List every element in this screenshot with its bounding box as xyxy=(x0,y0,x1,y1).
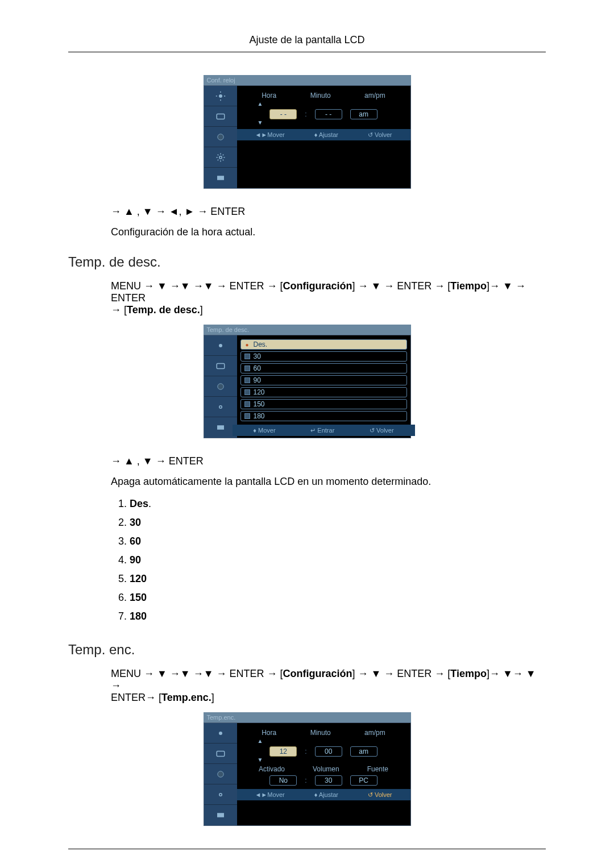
seq2e: ] xyxy=(200,304,203,315)
value-fuente[interactable]: PC xyxy=(350,775,377,786)
mode-icon xyxy=(204,805,237,825)
seq4d: ENTER→ [ xyxy=(111,692,161,703)
svg-point-0 xyxy=(219,94,222,98)
option-label: 30 xyxy=(130,517,141,528)
screen-icon xyxy=(204,744,237,764)
option-item: Des. xyxy=(130,495,546,513)
seq2-conf: Configuración xyxy=(283,280,352,292)
hint-volver: ↺ Volver xyxy=(370,427,394,434)
osd-titlebar: Conf. reloj xyxy=(204,75,411,85)
text-conf-hora: Configuración de la hora actual. xyxy=(111,226,546,238)
seq2b: ] → ▼ → ENTER → [ xyxy=(352,280,450,292)
svg-point-7 xyxy=(219,156,222,159)
svg-point-17 xyxy=(219,793,222,796)
label-minuto: Minuto xyxy=(310,729,331,737)
label-fuente: Fuente xyxy=(367,765,388,773)
list-item-label: 120 xyxy=(254,388,265,396)
list-item[interactable]: 90 xyxy=(240,375,407,385)
seq2d: → [ xyxy=(111,304,127,315)
option-label: Des xyxy=(130,498,148,509)
list-item-label: Des. xyxy=(254,340,268,348)
list-item-label: 90 xyxy=(254,376,261,384)
value-minuto[interactable]: 00 xyxy=(315,746,342,757)
radio-icon xyxy=(244,354,250,359)
osd-figure-temp-desc: Temp. de desc. ●Des. 30 60 90 120 150 18… xyxy=(204,325,411,438)
list-item[interactable]: 120 xyxy=(240,387,407,397)
screen-icon xyxy=(204,106,237,127)
seq4a: MENU → ▼ →▼ →▼ → ENTER → [ xyxy=(111,668,283,679)
arrow-up-icon: ▲ xyxy=(245,101,403,107)
option-label: 180 xyxy=(130,610,147,622)
list-item[interactable]: 60 xyxy=(240,363,407,373)
radio-icon xyxy=(244,389,250,395)
page-header: Ajuste de la pantalla LCD xyxy=(68,34,546,52)
hint-ajustar: ♦ Ajustar xyxy=(314,791,338,798)
option-label: 60 xyxy=(130,535,141,547)
brightness-icon xyxy=(204,335,237,356)
value-ampm[interactable]: am xyxy=(350,109,377,119)
hint-mover: ♦ Mover xyxy=(253,427,275,434)
list-item-label: 150 xyxy=(254,400,265,408)
hint-ajustar: ♦ Ajustar xyxy=(314,131,338,138)
value-hora[interactable]: 12 xyxy=(269,746,297,757)
seq4b: ] → ▼ → ENTER → [ xyxy=(352,668,450,679)
option-item: 30 xyxy=(130,513,546,532)
seq2-tiempo: Tiempo xyxy=(450,280,487,292)
value-activado[interactable]: No xyxy=(269,775,297,786)
value-volumen[interactable]: 30 xyxy=(315,775,342,786)
osd-bottom-bar: ◄►Mover ♦ Ajustar ↺ Volver xyxy=(237,789,410,800)
nav-sequence-2: MENU → ▼ →▼ →▼ → ENTER → [Configuración]… xyxy=(111,280,546,316)
label-hora: Hora xyxy=(262,92,276,99)
osd-figure-temp-enc: Temp.enc. Hora Minuto am/pm ▲ 12 : 00 am… xyxy=(204,712,411,826)
list-item[interactable]: 30 xyxy=(240,351,407,362)
hint-mover: ◄►Mover xyxy=(255,791,284,798)
svg-rect-5 xyxy=(217,114,225,119)
footer-rule xyxy=(68,849,546,849)
osd-value-row-top: 12 : 00 am xyxy=(245,746,403,757)
colon: : xyxy=(305,776,306,784)
option-item: 60 xyxy=(130,532,546,551)
osd-titlebar: Temp.enc. xyxy=(204,712,411,722)
list-item[interactable]: ●Des. xyxy=(240,339,407,350)
value-minuto[interactable]: - - xyxy=(315,109,342,119)
orb-icon xyxy=(204,764,237,784)
mode-icon xyxy=(204,168,237,188)
gear-icon xyxy=(204,784,237,805)
seq4e: ] xyxy=(211,692,214,703)
arrow-down-icon: ▼ xyxy=(245,757,403,763)
option-item: 90 xyxy=(130,551,546,570)
svg-point-11 xyxy=(217,383,223,389)
orb-icon xyxy=(204,127,237,147)
value-hora[interactable]: - - xyxy=(269,109,297,119)
hint-volver: ↺ Volver xyxy=(368,131,392,139)
options-list: Des. 30 60 90 120 150 180 xyxy=(130,495,546,626)
colon: : xyxy=(305,110,306,118)
list-item[interactable]: 150 xyxy=(240,399,407,409)
hint-mover: ◄►Mover xyxy=(255,131,284,138)
osd-bottom-bar: ♦ Mover ↵ Entrar ↺ Volver xyxy=(233,425,415,436)
osd-label-row: Hora Minuto am/pm xyxy=(245,92,403,99)
label-activado: Activado xyxy=(259,765,285,773)
option-punct: . xyxy=(148,498,151,509)
option-label: 150 xyxy=(130,592,147,603)
svg-point-9 xyxy=(219,344,222,347)
hint-entrar: ↵ Entrar xyxy=(310,427,334,434)
radio-icon xyxy=(244,401,250,407)
nav-sequence-1: → ▲ , ▼ → ◄, ► → ENTER xyxy=(111,206,546,218)
svg-point-6 xyxy=(217,134,223,140)
screen-icon xyxy=(204,356,237,376)
osd-figure-conf-reloj: Conf. reloj Hora Minuto am/pm ▲ - - : - … xyxy=(204,75,411,189)
osd-value-row-bot: No : 30 PC xyxy=(245,775,403,786)
svg-point-16 xyxy=(217,771,223,777)
text-apaga: Apaga automáticamente la pantalla LCD en… xyxy=(111,476,546,488)
option-item: 120 xyxy=(130,570,546,588)
seq4-tiempo: Tiempo xyxy=(450,668,487,679)
svg-point-12 xyxy=(219,405,222,408)
list-item[interactable]: 180 xyxy=(240,411,407,421)
option-item: 150 xyxy=(130,588,546,607)
osd-label-row-top: Hora Minuto am/pm xyxy=(245,729,403,737)
brightness-icon xyxy=(204,86,237,106)
svg-rect-15 xyxy=(217,751,225,756)
option-label: 90 xyxy=(130,554,141,566)
value-ampm[interactable]: am xyxy=(350,746,377,757)
